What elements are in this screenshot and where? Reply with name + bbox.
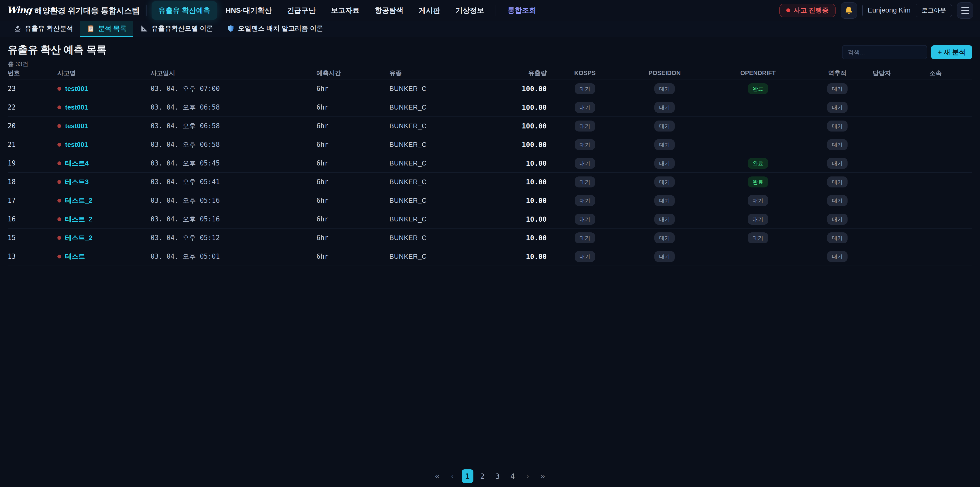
spill-amount: 100.00 bbox=[496, 85, 547, 93]
incident-link[interactable]: test001 bbox=[65, 85, 88, 93]
table-row: 16테스트_203. 04. 오후 05:166hrBUNKER_C10.00대… bbox=[8, 210, 972, 228]
status-badge: 대기 bbox=[827, 158, 848, 169]
tab-2[interactable]: 유출유확산모델 이론 bbox=[133, 21, 220, 37]
oil-type: BUNKER_C bbox=[390, 122, 496, 130]
status-badge: 대기 bbox=[827, 214, 848, 225]
nav-item-3[interactable]: 보고자료 bbox=[324, 1, 366, 20]
nav-item-0[interactable]: 유출유 확산예측 bbox=[151, 1, 218, 20]
page-button-2[interactable]: 2 bbox=[477, 469, 488, 483]
tab-bar: 유출유 확산분석분석 목록유출유확산모델 이론오일펜스 배치 알고리즘 이론 bbox=[0, 21, 980, 37]
kosps-status: 대기 bbox=[547, 232, 623, 243]
status-badge: 대기 bbox=[654, 158, 675, 169]
spill-amount: 100.00 bbox=[496, 104, 547, 111]
page-button-3[interactable]: 3 bbox=[492, 469, 504, 483]
incident-link[interactable]: test001 bbox=[65, 141, 88, 148]
page-first-button[interactable]: « bbox=[431, 469, 443, 483]
poseidon-status: 대기 bbox=[623, 251, 706, 262]
backtrack-status: 대기 bbox=[810, 251, 865, 262]
incident-marker-icon bbox=[57, 255, 61, 259]
prediction-duration: 6hr bbox=[317, 234, 390, 241]
spill-amount: 10.00 bbox=[496, 234, 547, 242]
col-header-1: 사고명 bbox=[57, 69, 151, 77]
page-next-button[interactable]: › bbox=[522, 469, 534, 483]
search-input[interactable] bbox=[842, 45, 927, 59]
tab-label: 오일펜스 배치 알고리즘 이론 bbox=[238, 24, 323, 33]
menu-button[interactable] bbox=[957, 2, 974, 19]
kosps-status: 대기 bbox=[547, 176, 623, 187]
new-analysis-button[interactable]: + 새 분석 bbox=[931, 45, 972, 59]
incident-name-cell: 테스트4 bbox=[57, 159, 151, 168]
poseidon-status: 대기 bbox=[623, 83, 706, 94]
notification-bell-button[interactable] bbox=[841, 2, 857, 19]
prediction-duration: 6hr bbox=[317, 160, 390, 167]
backtrack-status: 대기 bbox=[810, 176, 865, 187]
prediction-duration: 6hr bbox=[317, 178, 390, 186]
status-badge: 대기 bbox=[748, 232, 768, 243]
incident-link[interactable]: 테스트_2 bbox=[65, 233, 92, 242]
poseidon-status: 대기 bbox=[623, 121, 706, 131]
incident-link[interactable]: 테스트_2 bbox=[65, 196, 92, 205]
status-badge: 완료 bbox=[748, 158, 768, 169]
col-header-10: 담당자 bbox=[865, 69, 899, 77]
incident-link[interactable]: 테스트3 bbox=[65, 177, 89, 187]
bell-icon bbox=[845, 6, 853, 15]
tab-1[interactable]: 분석 목록 bbox=[80, 21, 133, 37]
incident-link[interactable]: test001 bbox=[65, 122, 88, 130]
oil-type: BUNKER_C bbox=[390, 85, 496, 93]
spill-amount: 10.00 bbox=[496, 178, 547, 186]
incident-marker-icon bbox=[57, 143, 61, 147]
nav-item-2[interactable]: 긴급구난 bbox=[280, 1, 323, 20]
incident-name-cell: 테스트_2 bbox=[57, 215, 151, 224]
logout-button[interactable]: 로그아웃 bbox=[916, 4, 952, 17]
oil-type: BUNKER_C bbox=[390, 104, 496, 111]
incident-datetime: 03. 04. 오후 05:12 bbox=[151, 233, 317, 242]
kosps-status: 대기 bbox=[547, 251, 623, 262]
col-header-11: 소속 bbox=[899, 69, 972, 77]
spill-amount: 10.00 bbox=[496, 252, 547, 260]
incident-link[interactable]: 테스트4 bbox=[65, 159, 89, 168]
backtrack-status: 대기 bbox=[810, 232, 865, 243]
table-body: 23test00103. 04. 오후 07:006hrBUNKER_C100.… bbox=[8, 80, 972, 266]
status-badge: 대기 bbox=[654, 195, 675, 206]
page-button-4[interactable]: 4 bbox=[507, 469, 519, 483]
page-last-button[interactable]: » bbox=[537, 469, 549, 483]
kosps-status: 대기 bbox=[547, 102, 623, 113]
incident-status-badge[interactable]: 사고 진행중 bbox=[780, 4, 835, 17]
nav-item-6[interactable]: 기상정보 bbox=[449, 1, 491, 20]
nav-item-5[interactable]: 게시판 bbox=[412, 1, 447, 20]
prediction-duration: 6hr bbox=[317, 252, 390, 260]
status-badge: 대기 bbox=[575, 139, 595, 150]
prediction-duration: 6hr bbox=[317, 196, 390, 204]
set-square-icon bbox=[140, 24, 148, 32]
incident-link[interactable]: test001 bbox=[65, 104, 88, 111]
pagination: «‹1234›» bbox=[0, 469, 980, 483]
nav-item-7[interactable]: 통합조회 bbox=[501, 1, 543, 20]
spill-amount: 10.00 bbox=[496, 196, 547, 204]
tab-3[interactable]: 오일펜스 배치 알고리즘 이론 bbox=[220, 21, 330, 37]
incident-link[interactable]: 테스트 bbox=[65, 252, 85, 261]
status-badge: 대기 bbox=[827, 251, 848, 262]
incident-marker-icon bbox=[57, 105, 61, 109]
nav-item-1[interactable]: HNS·대기확산 bbox=[219, 1, 278, 20]
status-badge: 대기 bbox=[575, 83, 595, 94]
tab-0[interactable]: 유출유 확산분석 bbox=[6, 21, 80, 37]
nav-item-4[interactable]: 항공탐색 bbox=[368, 1, 410, 20]
poseidon-status: 대기 bbox=[623, 214, 706, 225]
tab-label: 분석 목록 bbox=[98, 24, 126, 33]
opendrift-status: 대기 bbox=[706, 214, 810, 225]
page-title: 유출유 확산 예측 목록 bbox=[8, 43, 107, 57]
incident-name-cell: 테스트 bbox=[57, 252, 151, 261]
incident-marker-icon bbox=[57, 180, 61, 184]
status-badge: 대기 bbox=[575, 214, 595, 225]
status-badge: 대기 bbox=[748, 195, 768, 206]
page-prev-button[interactable]: ‹ bbox=[447, 469, 458, 483]
col-header-6: KOSPS bbox=[547, 69, 623, 77]
tab-label: 유출유확산모델 이론 bbox=[151, 24, 213, 33]
status-badge: 대기 bbox=[575, 195, 595, 206]
app-title: 해양환경 위기대응 통합시스템 bbox=[35, 5, 140, 16]
row-number: 20 bbox=[8, 122, 57, 130]
page-button-1[interactable]: 1 bbox=[462, 469, 473, 483]
status-badge: 대기 bbox=[575, 232, 595, 243]
table-row: 17테스트_203. 04. 오후 05:166hrBUNKER_C10.00대… bbox=[8, 191, 972, 210]
incident-link[interactable]: 테스트_2 bbox=[65, 215, 92, 224]
